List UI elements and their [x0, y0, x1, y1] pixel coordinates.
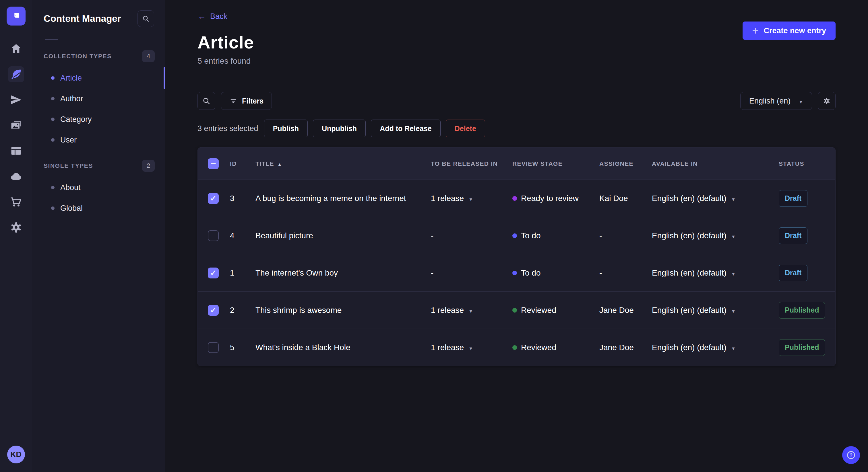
- stage-label: To do: [521, 268, 541, 278]
- release-dropdown[interactable]: -: [431, 268, 433, 278]
- available-in-dropdown[interactable]: English (en) (default): [652, 306, 736, 315]
- status-badge: Draft: [779, 265, 807, 281]
- filters-button[interactable]: Filters: [221, 92, 272, 110]
- row-checkbox-cell: [198, 305, 230, 316]
- subnav-search-button[interactable]: [137, 10, 154, 27]
- publish-button[interactable]: Publish: [264, 120, 308, 137]
- chevron-down-icon: [731, 194, 736, 203]
- subnav-item-about[interactable]: About: [43, 177, 165, 198]
- back-label: Back: [210, 12, 227, 21]
- available-in-dropdown[interactable]: English (en) (default): [652, 231, 736, 240]
- settings-gear-icon[interactable]: [8, 220, 24, 235]
- filter-icon: [229, 97, 237, 105]
- row-checkbox[interactable]: [208, 305, 219, 316]
- cell-title: Beautiful picture: [255, 231, 431, 240]
- release-value: -: [431, 268, 433, 278]
- subnav-item-author[interactable]: Author: [43, 88, 165, 109]
- cell-id: 1: [230, 268, 255, 278]
- add-to-release-button[interactable]: Add to Release: [371, 120, 441, 137]
- cell-review-stage: Reviewed: [513, 343, 599, 352]
- stage-dot-icon: [513, 345, 517, 350]
- bullet-icon: [51, 76, 55, 80]
- user-avatar[interactable]: KD: [7, 446, 25, 463]
- locale-value: English (en) (default): [652, 194, 726, 203]
- search-icon: [202, 97, 211, 105]
- back-link[interactable]: Back: [197, 11, 227, 21]
- cloud-icon[interactable]: [8, 168, 24, 184]
- home-icon[interactable]: [8, 41, 24, 57]
- locale-value: English (en) (default): [652, 231, 726, 240]
- locale-select[interactable]: English (en): [740, 92, 812, 110]
- subnav-sections: COLLECTION TYPES 4 Article Author Catego…: [43, 47, 165, 218]
- table-row[interactable]: 4 Beautiful picture - To do - English (e…: [198, 217, 835, 254]
- stage-dot-icon: [513, 196, 517, 201]
- status-badge: Draft: [779, 227, 807, 244]
- release-dropdown[interactable]: -: [431, 231, 433, 240]
- cell-review-stage: Ready to review: [513, 194, 599, 203]
- cell-assignee: -: [599, 268, 652, 278]
- create-new-entry-button[interactable]: Create new entry: [743, 22, 836, 40]
- table-row[interactable]: 3 A bug is becoming a meme on the intern…: [198, 179, 835, 217]
- select-all-checkbox[interactable]: [208, 158, 219, 169]
- release-value: -: [431, 231, 433, 240]
- row-checkbox[interactable]: [208, 230, 219, 241]
- plus-icon: [752, 25, 758, 36]
- status-badge: Draft: [779, 190, 807, 207]
- available-in-dropdown[interactable]: English (en) (default): [652, 194, 736, 203]
- available-in-dropdown[interactable]: English (en) (default): [652, 268, 736, 278]
- content-manager-feather-icon[interactable]: [8, 66, 24, 82]
- table-row[interactable]: 2 This shrimp is awesome 1 release Revie…: [198, 291, 835, 329]
- subnav-section: COLLECTION TYPES 4 Article Author Catego…: [43, 47, 165, 150]
- svg-text:?: ?: [849, 452, 852, 458]
- available-in-dropdown[interactable]: English (en) (default): [652, 343, 736, 352]
- release-value: 1 release: [431, 194, 464, 203]
- section-count-badge: 4: [142, 50, 155, 62]
- row-checkbox[interactable]: [208, 342, 219, 353]
- column-header-title-label: TITLE: [255, 160, 274, 167]
- chevron-down-icon: [468, 343, 473, 352]
- column-header-id[interactable]: ID: [230, 160, 255, 167]
- help-button[interactable]: ?: [842, 446, 860, 464]
- chevron-down-icon: [468, 194, 473, 203]
- cell-id: 3: [230, 194, 255, 203]
- bullet-icon: [51, 117, 55, 121]
- release-dropdown[interactable]: 1 release: [431, 343, 473, 352]
- strapi-logo-icon[interactable]: [7, 7, 26, 26]
- content-manager-subnav: Content Manager COLLECTION TYPES 4 Artic…: [32, 0, 165, 472]
- cell-assignee: Kai Doe: [599, 194, 652, 203]
- delete-button[interactable]: Delete: [446, 120, 485, 137]
- subnav-item-category[interactable]: Category: [43, 109, 165, 130]
- release-dropdown[interactable]: 1 release: [431, 194, 473, 203]
- layout-builder-icon[interactable]: [8, 143, 24, 159]
- cell-id: 5: [230, 343, 255, 352]
- row-checkbox[interactable]: [208, 193, 219, 204]
- cell-title: This shrimp is awesome: [255, 306, 431, 315]
- table-row[interactable]: 1 The internet's Own boy - To do - Engli…: [198, 254, 835, 291]
- column-header-title[interactable]: TITLE: [255, 160, 431, 167]
- status-badge: Published: [779, 339, 825, 356]
- bullet-icon: [51, 186, 55, 189]
- back-arrow-icon: [197, 11, 206, 21]
- stage-label: To do: [521, 231, 541, 240]
- media-library-icon[interactable]: [8, 117, 24, 133]
- subnav-item-global[interactable]: Global: [43, 198, 165, 218]
- release-value: 1 release: [431, 343, 464, 352]
- table-body: 3 A bug is becoming a meme on the intern…: [198, 179, 835, 366]
- page-header: Back Article 5 entries found Create new …: [197, 0, 836, 66]
- search-entries-button[interactable]: [197, 92, 215, 110]
- release-dropdown[interactable]: 1 release: [431, 306, 473, 315]
- create-new-entry-label: Create new entry: [764, 26, 826, 35]
- bullet-icon: [51, 97, 55, 100]
- subnav-divider: [45, 39, 58, 40]
- cart-icon[interactable]: [8, 194, 24, 210]
- view-settings-button[interactable]: [818, 92, 836, 110]
- row-checkbox-cell: [198, 342, 230, 353]
- subnav-item-article[interactable]: Article: [43, 68, 165, 88]
- table-row[interactable]: 5 What's inside a Black Hole 1 release R…: [198, 329, 835, 366]
- unpublish-button[interactable]: Unpublish: [313, 120, 366, 137]
- subnav-item-user[interactable]: User: [43, 130, 165, 150]
- section-label: COLLECTION TYPES: [43, 53, 112, 60]
- selection-bar: 3 entries selected Publish Unpublish Add…: [197, 120, 836, 137]
- row-checkbox[interactable]: [208, 268, 219, 278]
- paper-plane-icon[interactable]: [8, 92, 24, 108]
